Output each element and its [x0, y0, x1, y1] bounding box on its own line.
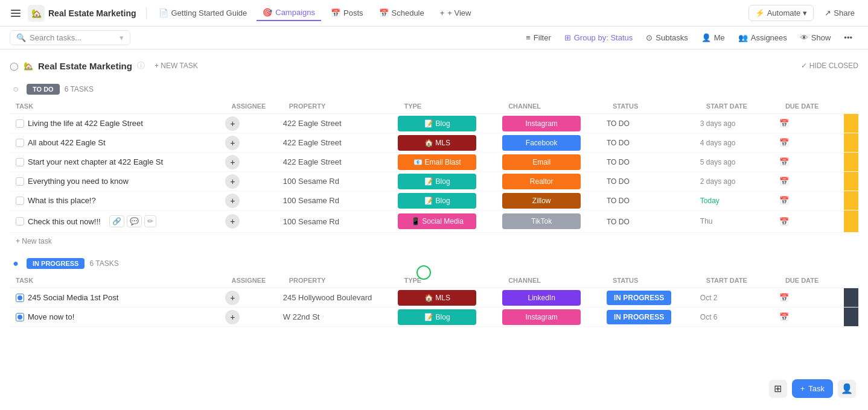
assignees-icon: 👥: [738, 33, 748, 42]
channel-badge-0[interactable]: Instagram: [502, 116, 581, 131]
ip-assignee-avatar-0[interactable]: +: [225, 291, 240, 305]
task-name-0: Living the life at 422 Eagle Street: [28, 119, 143, 128]
tab-getting-started[interactable]: 📄 Getting Started Guide: [153, 5, 254, 20]
ip-status-text-0: IN PROGRESS: [607, 291, 671, 305]
add-task-fab-button[interactable]: + Task: [792, 379, 833, 398]
assignee-avatar-1[interactable]: +: [225, 136, 240, 150]
plus-icon: +: [440, 8, 445, 17]
task-checkbox-5[interactable]: [16, 217, 24, 226]
row-action-link[interactable]: 🔗: [109, 215, 124, 227]
col-header-status: STATUS: [607, 99, 700, 114]
calendar-icon-5: 📅: [779, 217, 789, 226]
stripe-cell-3: [844, 172, 858, 191]
property-cell-5: 100 Sesame Rd: [283, 210, 398, 233]
task-name-cell-3: Everything you need to know: [10, 172, 225, 191]
channel-badge-3[interactable]: Realtor: [502, 174, 581, 189]
assignees-button[interactable]: 👥 Assignees: [732, 31, 793, 45]
share-button[interactable]: ↗ Share: [819, 5, 861, 20]
ip-status-cell-1: IN PROGRESS: [607, 308, 700, 327]
ip-task-checkbox-0[interactable]: [16, 294, 24, 302]
row-action-comment[interactable]: 💬: [127, 215, 142, 227]
tab-campaigns[interactable]: 🎯 Campaigns: [257, 5, 321, 21]
tab-schedule[interactable]: 📅 Schedule: [373, 5, 430, 20]
app-logo: 🏡: [28, 5, 45, 22]
show-button[interactable]: 👁 Show: [794, 31, 837, 45]
task-name-cell-5: Check this out now!!! 🔗 💬 ✏: [10, 210, 225, 233]
subtasks-button[interactable]: ⊙ Subtasks: [640, 31, 694, 45]
type-badge-0[interactable]: 📝 Blog: [398, 116, 476, 131]
task-checkbox-3[interactable]: [16, 177, 24, 186]
task-checkbox-4[interactable]: [16, 197, 24, 205]
assignee-avatar-4[interactable]: +: [225, 194, 240, 208]
due-date-cell-3[interactable]: 📅: [779, 172, 844, 191]
task-checkbox-2[interactable]: [16, 158, 24, 166]
collapse-project-icon[interactable]: ◯: [10, 62, 19, 71]
more-options-button[interactable]: •••: [838, 31, 858, 45]
channel-cell-1: Facebook: [502, 133, 607, 153]
stripe-cell-2: [844, 153, 858, 172]
ip-channel-badge-0[interactable]: LinkedIn: [502, 290, 581, 306]
due-date-cell-1[interactable]: 📅: [779, 133, 844, 153]
channel-badge-5[interactable]: TikTok: [502, 213, 581, 229]
due-date-cell-2[interactable]: 📅: [779, 153, 844, 172]
table-row: Everything you need to know + 100 Sesame…: [10, 172, 858, 191]
main-content: ◯ 🏡 Real Estate Marketing ⓘ + NEW TASK ✓…: [0, 49, 868, 410]
todo-collapse-button[interactable]: ○: [10, 83, 22, 95]
ip-assignee-avatar-1[interactable]: +: [225, 310, 240, 324]
type-badge-2[interactable]: 📧 Email Blast: [398, 154, 476, 170]
assignee-avatar-0[interactable]: +: [225, 116, 240, 131]
ip-type-badge-1[interactable]: 📝 Blog: [398, 309, 476, 325]
inprogress-collapse-button[interactable]: ●: [10, 257, 22, 270]
col-header-task-ip: TASK: [10, 273, 225, 288]
group-by-button[interactable]: ⊞ Group by: Status: [558, 31, 639, 45]
due-date-cell-5[interactable]: 📅: [779, 210, 844, 233]
row-action-edit[interactable]: ✏: [144, 215, 156, 227]
task-checkbox-1[interactable]: [16, 139, 24, 147]
type-badge-3[interactable]: 📝 Blog: [398, 174, 476, 189]
channel-badge-2[interactable]: Email: [502, 154, 581, 170]
ip-due-date-cell-0[interactable]: 📅: [779, 288, 844, 308]
grid-view-icon[interactable]: ⊞: [769, 380, 787, 398]
search-dropdown-icon[interactable]: ▾: [120, 33, 124, 42]
table-row: 245 Social Media 1st Post + 245 Hollywoo…: [10, 288, 858, 308]
tab-view[interactable]: + + View: [434, 5, 477, 20]
todo-add-task-link[interactable]: + New task: [16, 237, 52, 245]
filter-button[interactable]: ≡ Filter: [520, 31, 557, 45]
type-badge-5[interactable]: 📱 Social Media: [398, 213, 476, 229]
search-box[interactable]: 🔍 Search tasks... ▾: [10, 30, 130, 45]
me-button[interactable]: 👤 Me: [695, 31, 731, 45]
svg-rect-2: [11, 16, 21, 17]
task-name-3: Everything you need to know: [28, 177, 129, 186]
channel-cell-3: Realtor: [502, 172, 607, 191]
ip-task-checkbox-1[interactable]: [16, 313, 24, 321]
assignee-cell-5: +: [225, 210, 282, 233]
channel-badge-1[interactable]: Facebook: [502, 135, 581, 151]
task-name-cell-0: Living the life at 422 Eagle Street: [10, 114, 225, 133]
new-task-button[interactable]: + NEW TASK: [155, 62, 198, 70]
ip-type-badge-0[interactable]: 🏠 MLS: [398, 290, 476, 306]
assignee-avatar-2[interactable]: +: [225, 155, 240, 169]
getting-started-icon: 📄: [159, 8, 168, 17]
ip-due-date-cell-1[interactable]: 📅: [779, 308, 844, 327]
assignee-avatar-5[interactable]: +: [225, 214, 240, 229]
assignee-avatar-3[interactable]: +: [225, 174, 240, 189]
channel-badge-4[interactable]: Zillow: [502, 193, 581, 209]
col-header-due-date: DUE DATE: [779, 99, 844, 114]
tab-posts[interactable]: 📅 Posts: [325, 5, 369, 20]
hide-closed-button[interactable]: ✓ HIDE CLOSED: [801, 62, 858, 70]
type-badge-1[interactable]: 🏠 MLS: [398, 135, 476, 151]
property-cell-2: 422 Eagle Street: [283, 153, 398, 172]
ip-channel-badge-1[interactable]: Instagram: [502, 309, 581, 325]
due-date-cell-4[interactable]: 📅: [779, 191, 844, 210]
automate-button[interactable]: ⚡ Automate ▾: [748, 5, 814, 21]
task-checkbox-0[interactable]: [16, 119, 24, 128]
col-header-start-ip: START DATE: [700, 273, 779, 288]
start-date-4: Today: [700, 197, 720, 205]
menu-icon[interactable]: [7, 5, 24, 22]
ip-task-name-cell-0: 245 Social Media 1st Post: [10, 288, 225, 308]
start-date-cell-3: 2 days ago: [700, 172, 779, 191]
type-badge-4[interactable]: 📝 Blog: [398, 193, 476, 209]
due-date-cell-0[interactable]: 📅: [779, 114, 844, 133]
toolbar-right: ≡ Filter ⊞ Group by: Status ⊙ Subtasks 👤…: [520, 31, 858, 45]
person-view-icon[interactable]: 👤: [838, 380, 856, 398]
